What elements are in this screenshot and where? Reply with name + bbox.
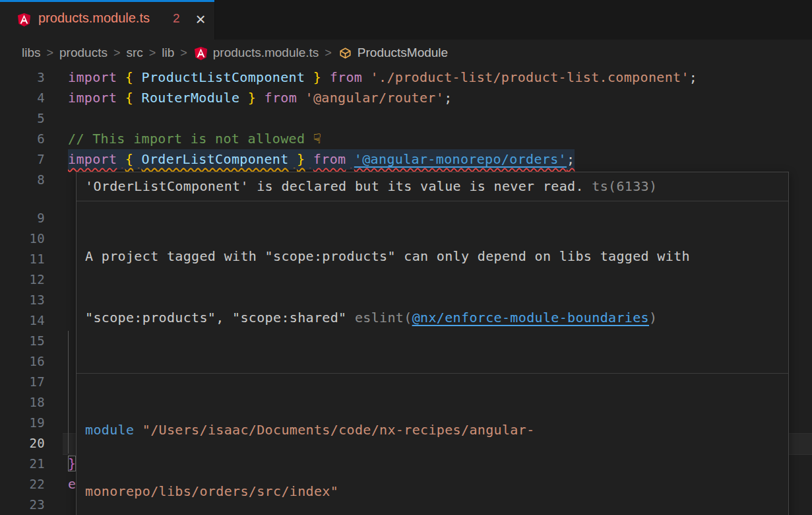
- code-token: '@angular/router': [305, 90, 444, 106]
- code-token: // This import is not allowed: [68, 131, 313, 147]
- chevron-right-icon: >: [149, 46, 156, 60]
- code-token: ;: [567, 151, 575, 167]
- code-token: from: [265, 90, 297, 106]
- code-line-3[interactable]: 3import { ProductListComponent } from '.…: [0, 67, 812, 88]
- hover-eslint-diagnostic: A project tagged with "scope:products" c…: [77, 201, 788, 374]
- code-token: {: [125, 69, 133, 85]
- eslint-rule-link[interactable]: @nx/enforce-module-boundaries: [412, 310, 649, 326]
- symbol-class-icon: [338, 46, 352, 60]
- line-number: 22: [0, 474, 45, 495]
- line-number: 6: [0, 129, 45, 149]
- code-token: [239, 90, 247, 106]
- code-line-5[interactable]: 5: [0, 108, 812, 129]
- module-path-line1: module "/Users/isaac/Documents/code/nx-r…: [85, 420, 780, 440]
- breadcrumb-item-src[interactable]: src: [126, 46, 142, 60]
- code-token: [346, 151, 354, 167]
- code-token: from: [313, 151, 346, 167]
- code-token: import: [68, 69, 117, 85]
- line-number: 16: [0, 351, 45, 372]
- line-number: 19: [0, 413, 45, 433]
- hover-popup: 'OrderListComponent' is declared but its…: [76, 172, 789, 515]
- code-text: // This import is not allowed ☟: [68, 129, 321, 149]
- hover-module-info: module "/Users/isaac/Documents/code/nx-r…: [77, 374, 788, 515]
- code-line-6[interactable]: 6// This import is not allowed ☟: [0, 129, 812, 149]
- line-number: 7: [0, 149, 45, 170]
- code-token: OrderListComponent: [142, 151, 289, 167]
- code-token: ProductListComponent: [142, 69, 305, 85]
- code-token: {: [125, 90, 133, 106]
- active-tab-indicator: [0, 0, 214, 2]
- line-number: 3: [0, 67, 45, 88]
- code-token: './product-list/product-list.component': [371, 69, 689, 85]
- code-text: import { RouterModule } from '@angular/r…: [68, 88, 453, 108]
- code-token: ;: [689, 69, 697, 85]
- line-number: 12: [0, 269, 45, 290]
- tab-bar: products.module.ts 2 ×: [0, 0, 812, 40]
- code-token: [133, 151, 141, 167]
- code-token: ;: [444, 90, 452, 106]
- code-line-4[interactable]: 4import { RouterModule } from '@angular/…: [0, 88, 812, 108]
- code-token: [117, 151, 125, 167]
- code-token: [321, 69, 329, 85]
- line-number: 18: [0, 392, 45, 413]
- line-number: 20: [0, 433, 45, 454]
- vscode-window: products.module.ts 2 × libs>products>src…: [0, 0, 812, 515]
- line-number: 17: [0, 372, 45, 392]
- breadcrumb-item-libs[interactable]: libs: [22, 46, 41, 60]
- code-token: import: [68, 151, 117, 167]
- tab-title: products.module.ts: [38, 11, 150, 26]
- code-token: [256, 90, 264, 106]
- tab-problem-count: 2: [173, 11, 180, 26]
- code-token: '@angular-monorepo/orders': [354, 151, 567, 167]
- code-token: RouterModule: [142, 90, 240, 106]
- line-number: 4: [0, 88, 45, 108]
- code-token: [133, 90, 141, 106]
- line-number: 13: [0, 290, 45, 310]
- breadcrumb-item-symbol[interactable]: ProductsModule: [358, 46, 448, 60]
- chevron-right-icon: >: [325, 46, 332, 60]
- code-token: [117, 90, 125, 106]
- breadcrumb-item-lib[interactable]: lib: [162, 46, 174, 60]
- line-number: 15: [0, 331, 45, 351]
- eslint-message-line1: A project tagged with "scope:products" c…: [85, 246, 780, 267]
- code-text: import { ProductListComponent } from './…: [68, 67, 697, 88]
- line-number: 14: [0, 310, 45, 331]
- line-number: 11: [0, 249, 45, 269]
- line-number: 5: [0, 108, 45, 129]
- code-token: [297, 90, 305, 106]
- breadcrumb: libs>products>src>lib> products.module.t…: [0, 40, 812, 66]
- line-number: 9: [0, 208, 45, 228]
- breadcrumb-item-file[interactable]: products.module.ts: [213, 46, 319, 60]
- breadcrumb-item-products[interactable]: products: [59, 46, 108, 60]
- line-number: 10: [0, 228, 45, 249]
- angular-file-icon: [194, 46, 208, 60]
- module-path-line2: monorepo/libs/orders/src/index": [85, 481, 780, 502]
- eslint-message-line2: "scope:products", "scope:shared" eslint(…: [85, 308, 780, 328]
- code-token: from: [330, 69, 363, 85]
- code-token: [305, 151, 313, 167]
- code-token: import: [68, 90, 117, 106]
- line-number: 23: [0, 495, 45, 515]
- code-token: {: [125, 151, 133, 167]
- tab-close-icon[interactable]: ×: [190, 8, 211, 30]
- line-number: 21: [0, 454, 45, 474]
- code-text: import { OrderListComponent } from '@ang…: [68, 149, 575, 170]
- code-token: }: [297, 151, 305, 167]
- hover-ts-diagnostic: 'OrderListComponent' is declared but its…: [77, 172, 788, 201]
- editor-tab[interactable]: products.module.ts 2 ×: [0, 0, 215, 40]
- code-line-7[interactable]: 7import { OrderListComponent } from '@an…: [0, 149, 812, 170]
- code-token: }: [68, 456, 76, 471]
- code-token: [305, 69, 313, 85]
- code-token: [362, 69, 370, 85]
- angular-icon: [17, 13, 31, 27]
- code-token: [289, 151, 297, 167]
- code-token: ☟: [313, 131, 322, 147]
- ts-diagnostic-message: 'OrderListComponent' is declared but its…: [85, 178, 592, 194]
- code-token: }: [313, 69, 321, 85]
- chevron-right-icon: >: [180, 46, 187, 60]
- ts-diagnostic-code: ts(6133): [592, 178, 657, 194]
- code-token: [117, 69, 125, 85]
- chevron-right-icon: >: [47, 46, 54, 60]
- line-number: 8: [0, 170, 45, 190]
- chevron-right-icon: >: [113, 46, 121, 60]
